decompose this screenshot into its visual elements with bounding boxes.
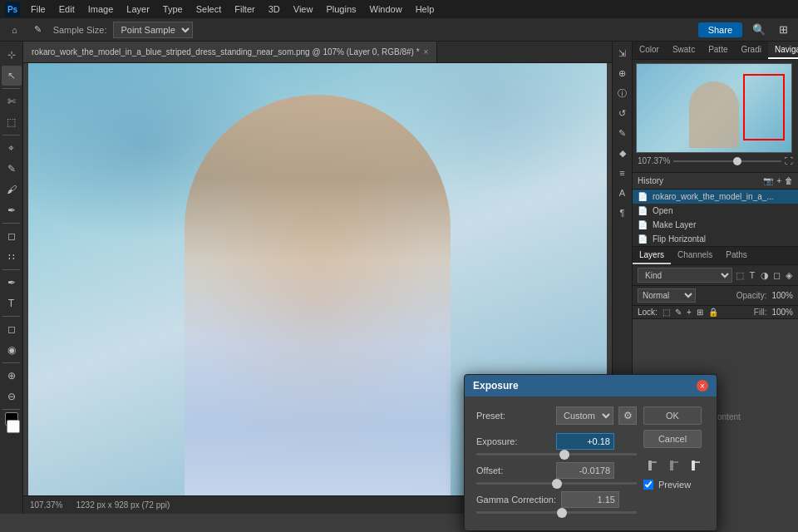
background-color[interactable] <box>7 420 20 433</box>
search-icon[interactable]: 🔍 <box>749 22 769 37</box>
history-new-icon[interactable]: + <box>776 176 781 185</box>
menu-plugins[interactable]: Plugins <box>320 2 362 16</box>
tool-spot-heal[interactable]: ⌖ <box>2 138 22 158</box>
layers-icon[interactable]: ≡ <box>614 165 631 181</box>
tool-zoom-out[interactable]: ⊖ <box>2 387 22 406</box>
menu-view[interactable]: View <box>288 2 319 16</box>
tool-clone[interactable]: 🖌 <box>2 180 22 200</box>
navigator-zoom-slider[interactable] <box>673 160 781 162</box>
tab-layers[interactable]: Layers <box>633 247 671 264</box>
zoom-level: 107.37% <box>30 500 62 510</box>
history-title: History <box>638 176 663 185</box>
tab-channels[interactable]: Channels <box>671 247 719 264</box>
menu-file[interactable]: File <box>25 2 52 16</box>
tool-frame[interactable]: ⬚ <box>2 112 22 132</box>
tool-pen[interactable]: ✒ <box>2 273 22 293</box>
exposure-input[interactable] <box>556 433 614 450</box>
dialog-close-button[interactable]: × <box>697 380 708 392</box>
tool-gradient[interactable]: ◻ <box>2 226 22 246</box>
menu-type[interactable]: Type <box>157 2 189 16</box>
menu-filter[interactable]: Filter <box>229 2 260 16</box>
tool-move[interactable]: ⊹ <box>2 45 22 65</box>
tool-eyedropper[interactable]: ◉ <box>2 340 22 360</box>
tool-select[interactable]: ↖ <box>2 66 22 86</box>
history-item-label-0: rokaro_work_the_model_in_a_... <box>653 192 774 201</box>
lock-pixel-icon[interactable]: ✎ <box>675 308 682 317</box>
brush-tool-button[interactable]: ✎ <box>29 22 47 37</box>
exposure-slider-thumb[interactable] <box>559 450 569 460</box>
zoom-icon[interactable]: ⊕ <box>614 65 631 81</box>
filter-shape-icon[interactable]: ◻ <box>772 268 781 283</box>
blend-mode-select[interactable]: Normal <box>638 288 696 303</box>
preset-select[interactable]: Custom <box>556 406 613 425</box>
lock-position-icon[interactable]: + <box>687 308 692 317</box>
eyedropper-white-button[interactable] <box>687 456 705 475</box>
document-tab[interactable]: rokaro_work_the_model_in_a_blue_striped_… <box>23 42 437 62</box>
history-item-2[interactable]: 📄 Make Layer <box>633 218 798 232</box>
tab-color[interactable]: Color <box>633 42 666 59</box>
preview-checkbox[interactable] <box>643 480 653 490</box>
lock-transparent-icon[interactable]: ⬚ <box>663 308 670 317</box>
sample-size-select[interactable]: Point Sample <box>113 22 193 38</box>
dialog-buttons: OK Cancel Preview <box>643 406 705 520</box>
navigator-icon[interactable]: ⇲ <box>614 45 631 62</box>
tool-brush[interactable]: ✎ <box>2 159 22 179</box>
model-silhouette <box>185 95 451 496</box>
tool-crop[interactable]: ✄ <box>2 91 22 111</box>
navigator-viewport-box <box>743 74 785 140</box>
menu-layer[interactable]: Layer <box>121 2 155 16</box>
filter-pixel-icon[interactable]: ⬚ <box>736 268 745 283</box>
offset-slider-thumb[interactable] <box>552 479 562 489</box>
menu-image[interactable]: Image <box>82 2 120 16</box>
tool-zoom-in[interactable]: ⊕ <box>2 366 22 386</box>
menu-select[interactable]: Select <box>190 2 228 16</box>
brush-icon[interactable]: ✎ <box>614 125 631 141</box>
ps-logo: Ps <box>5 2 20 17</box>
layout-icon[interactable]: ⊞ <box>776 22 791 37</box>
tab-gradients[interactable]: Gradi <box>735 42 768 59</box>
filter-smart-icon[interactable]: ◈ <box>784 268 793 283</box>
eyedropper-black-button[interactable] <box>643 456 662 475</box>
lock-all-icon[interactable]: 🔒 <box>708 308 718 317</box>
history-delete-icon[interactable]: 🗑 <box>785 176 793 185</box>
3d-icon[interactable]: ◆ <box>614 145 631 161</box>
info-icon[interactable]: ⓘ <box>614 85 631 101</box>
ok-button[interactable]: OK <box>643 406 702 425</box>
history-camera-icon[interactable]: 📷 <box>763 176 773 185</box>
filter-adjust-icon[interactable]: ◑ <box>760 268 769 283</box>
tab-navigator[interactable]: Navigator <box>768 42 798 59</box>
history-item-3[interactable]: 📄 Flip Horizontal <box>633 232 798 246</box>
home-button[interactable]: ⌂ <box>7 23 22 37</box>
tab-patterns[interactable]: Patte <box>702 42 734 59</box>
tool-text[interactable]: T <box>2 293 22 313</box>
tab-paths[interactable]: Paths <box>719 247 754 264</box>
dialog-titlebar[interactable]: Exposure × <box>465 375 717 397</box>
history-icon[interactable]: ↺ <box>614 105 631 121</box>
navigator-thumbnail <box>636 63 792 153</box>
share-button[interactable]: Share <box>698 22 742 37</box>
gamma-input[interactable] <box>561 491 619 508</box>
filter-text-icon[interactable]: T <box>748 268 757 283</box>
offset-input[interactable] <box>556 462 614 479</box>
history-item-1[interactable]: 📄 Open <box>633 204 798 218</box>
para-icon[interactable]: ¶ <box>614 204 631 221</box>
tool-blur[interactable]: ∷ <box>2 247 22 267</box>
preset-gear-button[interactable]: ⚙ <box>618 406 637 425</box>
char-icon[interactable]: A <box>614 185 631 201</box>
menu-edit[interactable]: Edit <box>53 2 81 16</box>
menu-help[interactable]: Help <box>410 2 441 16</box>
history-item-0[interactable]: 📄 rokaro_work_the_model_in_a_... <box>633 190 798 204</box>
eyedropper-gray-button[interactable] <box>665 456 683 475</box>
cancel-button[interactable]: Cancel <box>643 430 702 448</box>
gamma-slider-thumb[interactable] <box>557 508 567 518</box>
layers-kind-filter[interactable]: Kind <box>638 268 732 283</box>
svg-marker-4 <box>670 469 673 470</box>
tab-swatches[interactable]: Swatc <box>666 42 702 59</box>
menu-3d[interactable]: 3D <box>263 2 286 16</box>
lock-artboard-icon[interactable]: ⊞ <box>697 308 703 317</box>
history-header: History 📷 + 🗑 <box>633 173 798 190</box>
doc-tab-close[interactable]: × <box>424 47 429 57</box>
tool-shape[interactable]: ◻ <box>2 319 22 339</box>
menu-window[interactable]: Window <box>364 2 408 16</box>
tool-eraser[interactable]: ✒ <box>2 200 22 220</box>
